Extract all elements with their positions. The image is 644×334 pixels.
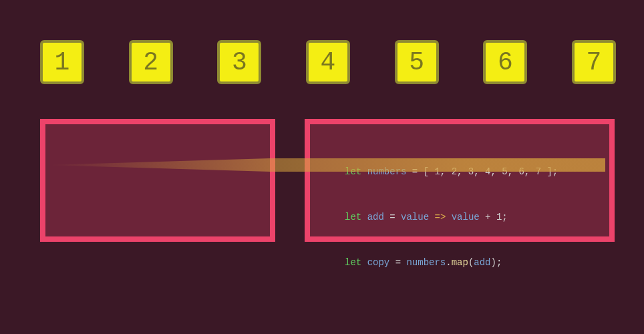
output-panel bbox=[40, 119, 275, 242]
number-box: 4 bbox=[306, 40, 350, 84]
number-box-label: 1 bbox=[55, 48, 70, 77]
code-line-2: let add = value => value + 1; bbox=[345, 206, 558, 228]
code-text: . bbox=[446, 257, 451, 268]
number-box: 6 bbox=[483, 40, 527, 84]
keyword: let bbox=[345, 212, 361, 222]
diagram-stage: 1 2 3 4 5 6 7 let numbers = [ 1, 2, 3, 4… bbox=[0, 0, 644, 334]
identifier: value bbox=[401, 212, 429, 222]
code-text: = bbox=[384, 212, 401, 222]
number-box: 5 bbox=[395, 40, 439, 84]
identifier: add bbox=[474, 257, 490, 268]
arrow-op: => bbox=[429, 212, 452, 222]
function-call: map bbox=[452, 257, 468, 268]
number-box-label: 7 bbox=[587, 48, 602, 77]
code-panel: let numbers = [ 1, 2, 3, 4, 5, 6, 7 ]; l… bbox=[305, 119, 615, 242]
identifier: copy bbox=[367, 257, 390, 268]
keyword: let bbox=[345, 257, 361, 268]
number-boxes-row: 1 2 3 4 5 6 7 bbox=[40, 40, 616, 84]
number-box-label: 2 bbox=[143, 48, 158, 77]
code-text: ); bbox=[491, 257, 502, 268]
number-box: 2 bbox=[129, 40, 173, 84]
number-box: 7 bbox=[572, 40, 616, 84]
number-box-label: 3 bbox=[232, 48, 247, 77]
number-box: 3 bbox=[217, 40, 261, 84]
identifier: value bbox=[452, 212, 480, 222]
identifier: add bbox=[367, 212, 384, 222]
identifier: numbers bbox=[406, 257, 446, 268]
number-box-label: 6 bbox=[498, 48, 513, 77]
code-text: + 1; bbox=[480, 212, 508, 222]
number-box-label: 5 bbox=[409, 48, 424, 77]
code-line-3: let copy = numbers.map(add); bbox=[345, 251, 558, 274]
code-text: = bbox=[389, 257, 406, 268]
number-box-label: 4 bbox=[321, 48, 336, 77]
number-box: 1 bbox=[40, 40, 84, 84]
